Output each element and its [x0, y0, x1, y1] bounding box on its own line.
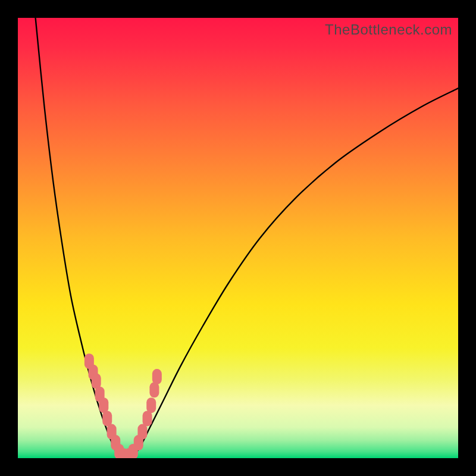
- plot-area: TheBottleneck.com: [18, 18, 458, 458]
- svg-rect-0: [18, 18, 458, 458]
- heatmap-background: [18, 18, 458, 458]
- watermark-text: TheBottleneck.com: [325, 21, 452, 38]
- outer-frame: TheBottleneck.com: [0, 0, 476, 476]
